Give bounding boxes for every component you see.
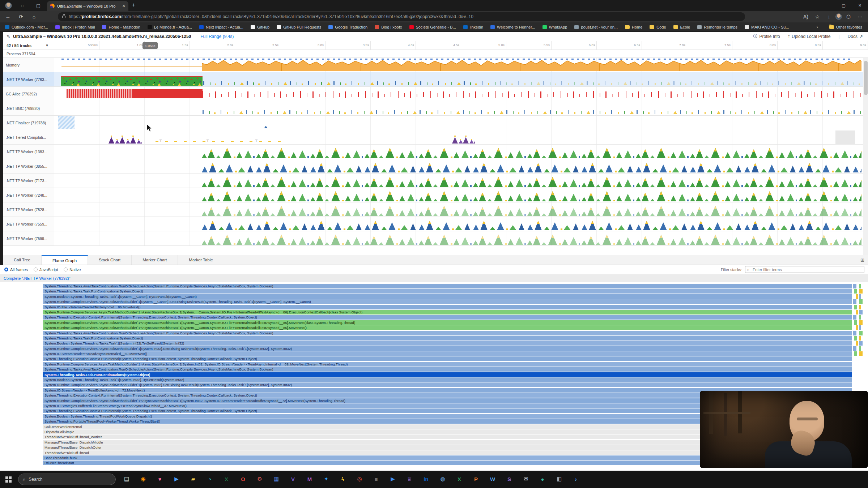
bookmark-item[interactable]: Le Monde.fr - Actua... (148, 25, 192, 29)
timeline-ruler[interactable]: 42 / 54 tracks ▾ 500ms1.0s1.5s2.0s2.5s3.… (0, 41, 868, 50)
flame-fragment[interactable] (859, 315, 861, 320)
flame-frame[interactable]: System.Runtime.CompilerServices.AsyncTas… (43, 320, 852, 325)
favorites-icon[interactable]: ☆ (812, 12, 822, 21)
browser-tab[interactable]: Ultra.Example – Windows 10 Pro ✕ (47, 1, 128, 11)
maximize-button[interactable]: ▢ (835, 0, 852, 11)
profile-info-button[interactable]: ⓘProfile Info (753, 33, 780, 39)
flame-fragment[interactable] (856, 341, 858, 346)
taskbar-app-icon[interactable]: ♥ (153, 471, 167, 487)
flame-frame[interactable]: System.IO.StreamReader+<ReadAsyncInterna… (43, 351, 852, 356)
taskbar-app-icon[interactable]: ◔ (203, 471, 217, 487)
taskbar-app-icon[interactable]: ▶ (386, 471, 400, 487)
taskbar-app-icon[interactable]: X (219, 471, 234, 487)
taskbar-app-icon[interactable]: V (286, 471, 300, 487)
flame-fragment[interactable] (854, 336, 857, 341)
bookmarks-overflow-icon[interactable]: › (817, 25, 818, 30)
taskbar-search[interactable]: ⌕ Search (18, 474, 116, 485)
bookmark-item[interactable]: Inbox | Proton Mail (55, 25, 95, 29)
flame-fragment[interactable] (859, 331, 863, 335)
bookmark-item[interactable]: Société Générale - B... (409, 25, 456, 29)
taskbar-app-icon[interactable]: ✦ (319, 471, 333, 487)
flame-fragment[interactable] (854, 320, 857, 325)
flame-frame[interactable]: System.Runtime.CompilerServices.AsyncTas… (43, 299, 852, 304)
taskbar-app-icon[interactable]: ✉ (519, 471, 533, 487)
minimize-button[interactable]: — (819, 0, 835, 11)
track-label[interactable]: .NET TP Worker (3855... (0, 159, 54, 173)
flame-frame[interactable]: System.IO.File+<InternalReadAllTextAsync… (43, 305, 852, 309)
bookmark-item[interactable]: Next INpact - Actua... (199, 25, 243, 29)
flame-frame[interactable]: System.Boolean System.Threading.Tasks.Ta… (43, 341, 852, 346)
docs-button[interactable]: Docs↗ (848, 34, 863, 39)
home-icon[interactable]: ⌂ (29, 12, 39, 21)
track-label[interactable]: .NET TP Worker (7528... (0, 202, 54, 217)
track-label[interactable]: .NET Tiered Compilati... (0, 130, 54, 144)
track-chart[interactable] (54, 87, 868, 101)
taskbar-app-icon[interactable]: S (502, 471, 516, 487)
track-label[interactable]: .NET TP Worker (7599... (0, 231, 54, 245)
flame-frame[interactable]: System.Threading.Tasks.Task.RunContinuat… (43, 289, 852, 294)
bookmark-item[interactable]: linkedin (463, 25, 483, 29)
filter-radio[interactable]: All frames (4, 267, 28, 272)
read-aloud-icon[interactable]: A) (801, 12, 811, 21)
panel-layout-toggle-icon[interactable]: ⊞ (860, 257, 864, 263)
breadcrumb[interactable]: Complete “.NET TP Worker (776392)” (0, 274, 868, 282)
flame-fragment[interactable] (859, 320, 863, 325)
taskbar-app-icon[interactable]: in (419, 471, 433, 487)
track-row[interactable]: .NET TP Worker (7763... (0, 72, 868, 87)
flame-frame[interactable]: System.Threading.ExecutionContext.RunInt… (43, 356, 852, 361)
flame-fragment[interactable] (859, 325, 861, 330)
track-chart[interactable] (54, 58, 868, 72)
tab-stack-chart[interactable]: Stack Chart (88, 255, 132, 265)
browser-profile-avatar[interactable] (5, 2, 12, 9)
track-chart[interactable] (54, 159, 868, 173)
taskbar-app-icon[interactable]: ● (535, 471, 550, 487)
flame-frame[interactable]: System.Boolean System.Threading.Tasks.Ta… (43, 377, 852, 382)
url-bar[interactable]: https://profiler.firefox.com/from-file/f… (58, 12, 745, 21)
taskbar-app-icon[interactable]: ◎ (352, 471, 367, 487)
tab-flame-graph[interactable]: Flame Graph (42, 255, 88, 265)
track-label[interactable]: .NET TP Worker (7248... (0, 188, 54, 202)
taskbar-app-icon[interactable]: ▶ (169, 471, 184, 487)
scrollbar-thumb[interactable] (864, 61, 868, 95)
track-chart[interactable] (54, 101, 868, 115)
close-button[interactable]: ✕ (852, 0, 868, 11)
full-range-link[interactable]: Full Range (9.4s) (200, 34, 234, 39)
taskbar-app-icon[interactable]: ◍ (435, 471, 450, 487)
track-chart[interactable] (54, 217, 868, 231)
taskbar-app-icon[interactable]: ♪ (569, 471, 583, 487)
filter-stacks-input[interactable] (745, 266, 864, 273)
track-row[interactable]: .NET TP Worker (1383... (0, 145, 868, 159)
track-label[interactable]: Memory (0, 58, 54, 72)
track-chart[interactable] (54, 202, 868, 217)
bookmark-item[interactable]: Code (650, 25, 666, 29)
flame-fragment[interactable] (859, 299, 863, 304)
flame-frame[interactable]: System.Runtime.CompilerServices.AsyncTas… (43, 325, 852, 330)
flame-frame[interactable]: System.Runtime.CompilerServices.AsyncTas… (43, 362, 852, 367)
track-label[interactable]: .NET Finalizer (719788) (0, 116, 54, 130)
taskbar-app-icon[interactable]: X (452, 471, 467, 487)
track-label[interactable]: .NET BGC (769820) (0, 101, 54, 115)
track-row[interactable]: .NET TP Worker (7528... (0, 202, 868, 217)
taskbar-app-icon[interactable]: ♕ (402, 471, 417, 487)
track-row[interactable]: Memory (0, 58, 868, 72)
tab-call-tree[interactable]: Call Tree (3, 255, 42, 265)
track-chart[interactable]: ⊤⊤⊤ (54, 130, 868, 144)
flame-fragment[interactable] (859, 346, 861, 351)
flame-fragment[interactable] (859, 336, 861, 341)
flame-fragment[interactable] (859, 305, 861, 309)
taskbar-app-icon[interactable]: ▰ (186, 471, 200, 487)
taskbar-app-icon[interactable]: W (485, 471, 500, 487)
flame-frame[interactable]: System.Threading.ExecutionContext.RunInt… (43, 315, 852, 320)
flame-fragment[interactable] (859, 310, 863, 314)
track-chart[interactable] (54, 72, 868, 86)
taskbar-app-icon[interactable]: ϟ (336, 471, 350, 487)
taskbar-app-icon[interactable]: M (302, 471, 317, 487)
flame-frame[interactable]: System.Threading.Tasks.Task.RunContinuat… (43, 372, 852, 377)
track-label[interactable]: .NET TP Worker (7559... (0, 217, 54, 231)
bookmark-item[interactable]: MAKI AND CO - Su... (745, 25, 789, 29)
track-label[interactable]: .NET TP Worker (1383... (0, 145, 54, 159)
tab-marker-table[interactable]: Marker Table (178, 255, 224, 265)
track-row[interactable]: .NET TP Worker (3855... (0, 159, 868, 174)
track-row[interactable]: .NET Tiered Compilati...⊤⊤⊤ (0, 130, 868, 145)
track-row[interactable]: .NET TP Worker (7559... (0, 217, 868, 231)
